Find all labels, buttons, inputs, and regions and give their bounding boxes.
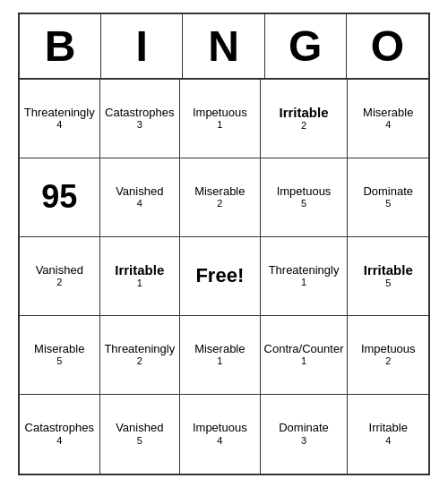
bingo-cell: Irritable2 bbox=[261, 80, 349, 158]
bingo-cell: Miserable4 bbox=[348, 80, 428, 158]
cell-number: 2 bbox=[217, 198, 222, 209]
cell-free-label: Free! bbox=[195, 264, 244, 287]
cell-number: 4 bbox=[56, 435, 62, 447]
bingo-cell: Irritable1 bbox=[100, 237, 181, 316]
cell-word: Dominate bbox=[363, 184, 413, 199]
cell-number: 2 bbox=[385, 355, 391, 367]
bingo-cell: Threateningly1 bbox=[261, 237, 349, 316]
cell-number: 2 bbox=[56, 277, 62, 288]
bingo-cell: Impetuous2 bbox=[348, 316, 428, 395]
bingo-cell: 95 bbox=[20, 158, 100, 237]
bingo-cell: Miserable5 bbox=[20, 316, 100, 395]
bingo-cell: Free! bbox=[180, 237, 261, 316]
bingo-header: BINGO bbox=[20, 14, 428, 80]
cell-number: 1 bbox=[137, 278, 142, 289]
bingo-cell: Catastrophes3 bbox=[100, 80, 181, 158]
cell-word: Irritable bbox=[115, 262, 164, 278]
bingo-cell: Impetuous5 bbox=[261, 158, 349, 237]
bingo-cell: Miserable1 bbox=[180, 316, 261, 395]
header-letter: N bbox=[183, 14, 264, 78]
cell-word: Impetuous bbox=[277, 184, 332, 199]
cell-number: 5 bbox=[385, 278, 391, 289]
bingo-cell: Vanished5 bbox=[100, 395, 181, 474]
cell-word: Vanished bbox=[36, 263, 83, 278]
cell-number: 5 bbox=[56, 355, 62, 367]
cell-number: 2 bbox=[137, 355, 142, 367]
cell-word: Miserable bbox=[194, 184, 245, 199]
cell-number: 1 bbox=[217, 355, 222, 367]
cell-word: Impetuous bbox=[361, 342, 416, 356]
bingo-cell: Dominate5 bbox=[348, 158, 428, 237]
cell-word: Contra/Counter bbox=[264, 342, 344, 356]
cell-number: 2 bbox=[301, 120, 306, 132]
cell-number: 5 bbox=[301, 198, 306, 209]
cell-number: 5 bbox=[137, 435, 142, 447]
cell-number: 4 bbox=[56, 119, 62, 131]
bingo-cell: Threateningly2 bbox=[100, 316, 181, 395]
cell-word: Irritable bbox=[280, 105, 329, 120]
bingo-cell: Vanished2 bbox=[20, 237, 100, 316]
cell-word: Impetuous bbox=[193, 106, 247, 120]
cell-number: 1 bbox=[301, 277, 306, 288]
cell-number: 3 bbox=[137, 119, 142, 131]
bingo-cell: Miserable2 bbox=[180, 158, 261, 237]
cell-word: Impetuous bbox=[193, 421, 247, 435]
header-letter: B bbox=[20, 14, 101, 78]
bingo-cell: Contra/Counter1 bbox=[261, 316, 349, 395]
cell-word: Threateningly bbox=[104, 342, 175, 356]
bingo-cell: Impetuous1 bbox=[180, 80, 261, 158]
bingo-card: BINGO Threateningly4Catastrophes3Impetuo… bbox=[18, 13, 430, 475]
cell-value: 95 bbox=[41, 178, 77, 216]
cell-number: 4 bbox=[137, 198, 142, 209]
cell-word: Threateningly bbox=[269, 263, 340, 278]
cell-word: Catastrophes bbox=[105, 106, 174, 120]
cell-word: Miserable bbox=[194, 342, 245, 356]
cell-word: Miserable bbox=[34, 342, 84, 356]
cell-number: 3 bbox=[301, 435, 306, 447]
header-letter: O bbox=[347, 14, 428, 78]
cell-number: 4 bbox=[385, 119, 391, 131]
bingo-cell: Dominate3 bbox=[261, 395, 349, 474]
cell-word: Catastrophes bbox=[25, 421, 94, 435]
bingo-cell: Threateningly4 bbox=[20, 80, 100, 158]
cell-number: 5 bbox=[385, 198, 391, 209]
cell-number: 4 bbox=[385, 435, 391, 447]
bingo-cell: Vanished4 bbox=[100, 158, 181, 237]
cell-word: Threateningly bbox=[24, 106, 95, 120]
bingo-grid: Threateningly4Catastrophes3Impetuous1Irr… bbox=[20, 80, 428, 474]
cell-number: 1 bbox=[301, 355, 306, 367]
cell-word: Dominate bbox=[279, 421, 329, 435]
cell-word: Miserable bbox=[363, 106, 413, 120]
header-letter: G bbox=[265, 14, 347, 78]
bingo-cell: Catastrophes4 bbox=[20, 395, 100, 474]
header-letter: I bbox=[101, 14, 183, 78]
cell-number: 4 bbox=[217, 435, 222, 447]
bingo-cell: Impetuous4 bbox=[180, 395, 261, 474]
cell-word: Vanished bbox=[116, 184, 163, 199]
cell-number: 1 bbox=[217, 119, 222, 131]
cell-word: Irritable bbox=[364, 262, 413, 278]
cell-word: Irritable bbox=[369, 421, 408, 435]
cell-word: Vanished bbox=[116, 421, 163, 435]
bingo-cell: Irritable5 bbox=[348, 237, 428, 316]
bingo-cell: Irritable4 bbox=[348, 395, 428, 474]
